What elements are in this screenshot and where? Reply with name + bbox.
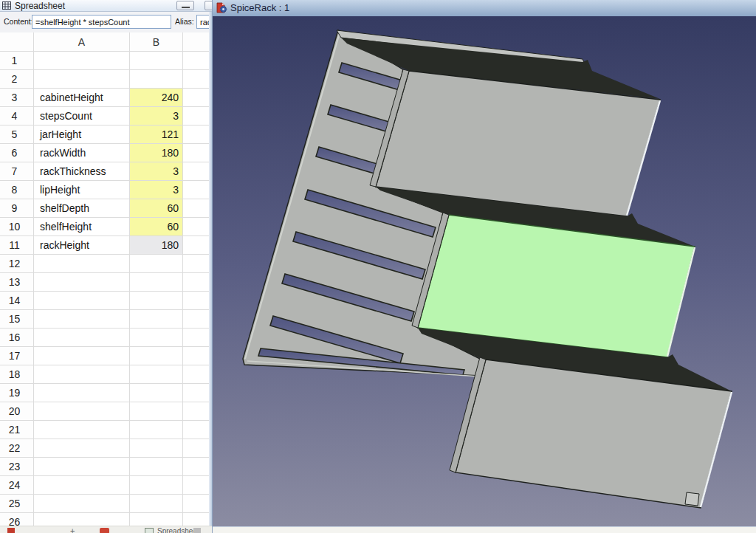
cell-C15[interactable]: [183, 310, 212, 329]
cell-C13[interactable]: [183, 273, 212, 292]
cell-B22[interactable]: [130, 439, 183, 458]
red-dot-icon[interactable]: [100, 528, 109, 533]
cell-A14[interactable]: [34, 292, 130, 310]
cell-A12[interactable]: [34, 255, 130, 273]
cell-C26[interactable]: [183, 513, 212, 526]
cell-B5[interactable]: 121: [130, 125, 183, 144]
cell-C7[interactable]: [183, 162, 212, 181]
cell-B14[interactable]: [130, 292, 183, 310]
cell-A4[interactable]: stepsCount: [34, 107, 130, 125]
row-header-8[interactable]: 8: [0, 181, 34, 199]
cell-B11[interactable]: 180: [130, 236, 183, 255]
row-header-23[interactable]: 23: [0, 458, 34, 476]
row-header-11[interactable]: 11: [0, 236, 34, 255]
col-header-A[interactable]: A: [34, 32, 130, 52]
cell-B19[interactable]: [130, 384, 183, 402]
row-header-21[interactable]: 21: [0, 421, 34, 439]
cell-A24[interactable]: [34, 476, 130, 495]
row-header-2[interactable]: 2: [0, 70, 34, 89]
cell-B6[interactable]: 180: [130, 144, 183, 162]
col-header-B[interactable]: B: [130, 32, 183, 52]
cell-A2[interactable]: [34, 70, 130, 89]
cell-B12[interactable]: [130, 255, 183, 273]
row-header-3[interactable]: 3: [0, 89, 34, 107]
cell-A18[interactable]: [34, 365, 130, 384]
cell-C2[interactable]: [183, 70, 212, 89]
row-header-9[interactable]: 9: [0, 199, 34, 218]
cell-C9[interactable]: [183, 199, 212, 218]
cell-B8[interactable]: 3: [130, 181, 183, 199]
cell-C5[interactable]: [183, 125, 212, 144]
row-header-14[interactable]: 14: [0, 292, 34, 310]
cell-A25[interactable]: [34, 495, 130, 513]
row-header-6[interactable]: 6: [0, 144, 34, 162]
cell-B9[interactable]: 60: [130, 199, 183, 218]
cell-B2[interactable]: [130, 70, 183, 89]
row-header-18[interactable]: 18: [0, 365, 34, 384]
cell-C10[interactable]: [183, 218, 212, 236]
row-header-4[interactable]: 4: [0, 107, 34, 125]
cell-C1[interactable]: [183, 52, 212, 70]
cell-B24[interactable]: [130, 476, 183, 495]
row-header-1[interactable]: 1: [0, 52, 34, 70]
cell-A6[interactable]: rackWidth: [34, 144, 130, 162]
cell-A1[interactable]: [34, 52, 130, 70]
row-header-5[interactable]: 5: [0, 125, 34, 144]
cell-C6[interactable]: [183, 144, 212, 162]
cell-C19[interactable]: [183, 384, 212, 402]
row-header-22[interactable]: 22: [0, 439, 34, 458]
row-header-16[interactable]: 16: [0, 329, 34, 347]
cell-C17[interactable]: [183, 347, 212, 365]
cell-C23[interactable]: [183, 458, 212, 476]
cell-B4[interactable]: 3: [130, 107, 183, 125]
cell-C22[interactable]: [183, 439, 212, 458]
cell-B16[interactable]: [130, 329, 183, 347]
cell-A5[interactable]: jarHeight: [34, 125, 130, 144]
cell-C14[interactable]: [183, 292, 212, 310]
minimize-icon[interactable]: [176, 1, 194, 10]
row-header-26[interactable]: 26: [0, 513, 34, 526]
cell-C11[interactable]: [183, 236, 212, 255]
cell-C4[interactable]: [183, 107, 212, 125]
cell-B18[interactable]: [130, 365, 183, 384]
row-header-7[interactable]: 7: [0, 162, 34, 181]
cell-A21[interactable]: [34, 421, 130, 439]
row-header-24[interactable]: 24: [0, 476, 34, 495]
cell-A11[interactable]: rackHeight: [34, 236, 130, 255]
window-button-partial[interactable]: [205, 1, 212, 10]
cell-C16[interactable]: [183, 329, 212, 347]
3d-viewport[interactable]: [213, 16, 756, 526]
cell-A8[interactable]: lipHeight: [34, 181, 130, 199]
sheet-tab-icon[interactable]: [145, 528, 154, 533]
cell-C25[interactable]: [183, 495, 212, 513]
cell-B3[interactable]: 240: [130, 89, 183, 107]
plus-icon[interactable]: +: [70, 528, 75, 533]
cell-B26[interactable]: [130, 513, 183, 526]
cell-C12[interactable]: [183, 255, 212, 273]
cell-B25[interactable]: [130, 495, 183, 513]
cell-A15[interactable]: [34, 310, 130, 329]
cell-C21[interactable]: [183, 421, 212, 439]
cell-A17[interactable]: [34, 347, 130, 365]
row-header-15[interactable]: 15: [0, 310, 34, 329]
cell-A23[interactable]: [34, 458, 130, 476]
red-flag-icon[interactable]: [7, 528, 15, 533]
cell-A9[interactable]: shelfDepth: [34, 199, 130, 218]
cell-B7[interactable]: 3: [130, 162, 183, 181]
row-header-13[interactable]: 13: [0, 273, 34, 292]
cell-A13[interactable]: [34, 273, 130, 292]
cell-B21[interactable]: [130, 421, 183, 439]
corner-cell[interactable]: [0, 32, 34, 52]
cell-B10[interactable]: 60: [130, 218, 183, 236]
cell-A16[interactable]: [34, 329, 130, 347]
cell-C3[interactable]: [183, 89, 212, 107]
row-header-12[interactable]: 12: [0, 255, 34, 273]
cell-B15[interactable]: [130, 310, 183, 329]
cell-A20[interactable]: [34, 402, 130, 421]
row-header-25[interactable]: 25: [0, 495, 34, 513]
row-header-19[interactable]: 19: [0, 384, 34, 402]
cell-A26[interactable]: [34, 513, 130, 526]
cell-B23[interactable]: [130, 458, 183, 476]
cell-A10[interactable]: shelfHeight: [34, 218, 130, 236]
row-header-10[interactable]: 10: [0, 218, 34, 236]
